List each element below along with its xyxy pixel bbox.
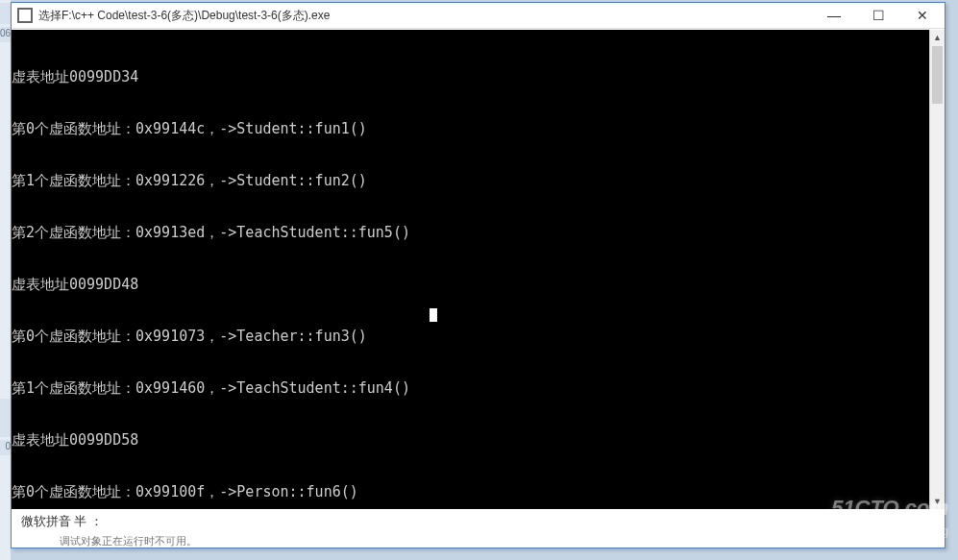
status-strip: 调试对象正在运行时不可用。 — [12, 534, 945, 548]
console-window: 选择F:\c++ Code\test-3-6(多态)\Debug\test-3-… — [11, 2, 946, 548]
minimize-button[interactable]: — — [812, 3, 856, 28]
status-text: 调试对象正在运行时不可用。 — [60, 535, 197, 547]
console-line: 虚表地址0099DD48 — [12, 276, 930, 293]
console-line: 第1个虚函数地址：0x991460，->TeachStudent::fun4() — [12, 379, 930, 397]
console-line: 虚表地址0099DD34 — [12, 68, 930, 85]
console-line: 第2个虚函数地址：0x9913ed，->TeachStudent::fun5() — [12, 224, 930, 241]
console-line: 第0个虚函数地址：0x99100f，->Person::fun6() — [12, 483, 930, 500]
console-line: 虚表地址0099DD58 — [12, 431, 930, 449]
console-line: 第0个虚函数地址：0x991073，->Teacher::fun3() — [12, 328, 930, 345]
text-cursor — [430, 308, 437, 322]
vertical-scrollbar[interactable]: ▲ ▼ — [929, 30, 945, 509]
maximize-button[interactable]: ☐ — [856, 3, 900, 28]
window-title: 选择F:\c++ Code\test-3-6(多态)\Debug\test-3-… — [38, 8, 812, 24]
ime-text: 微软拼音 半 ： — [21, 513, 103, 530]
window-controls: — ☐ ✕ — [812, 3, 945, 28]
titlebar[interactable]: 选择F:\c++ Code\test-3-6(多态)\Debug\test-3-… — [12, 3, 945, 29]
console-line: 第1个虚函数地址：0x991226，->Student::fun2() — [12, 172, 930, 189]
ime-status-bar: 微软拼音 半 ： — [12, 509, 930, 534]
console-output[interactable]: 虚表地址0099DD34 第0个虚函数地址：0x99144c，->Student… — [12, 30, 930, 509]
watermark: 51CTO.com 技术博客 Blog — [831, 497, 948, 543]
watermark-site: 51CTO.com — [831, 496, 948, 520]
close-button[interactable]: ✕ — [900, 3, 945, 28]
console-line: 第0个虚函数地址：0x99144c，->Student::fun1() — [12, 120, 930, 137]
app-icon — [17, 8, 33, 23]
background-left-edge — [0, 0, 11, 560]
watermark-sub: 技术博客 Blog — [831, 520, 948, 543]
scrollbar-thumb[interactable] — [932, 46, 943, 104]
scroll-up-icon[interactable]: ▲ — [930, 30, 945, 45]
